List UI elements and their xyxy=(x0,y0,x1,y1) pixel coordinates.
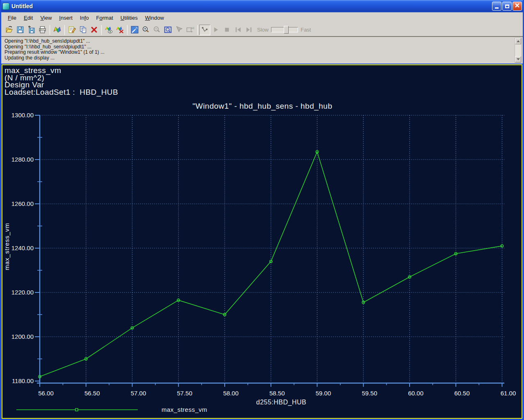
print-icon xyxy=(38,25,47,34)
spectrum-hide-button[interactable] xyxy=(114,25,125,35)
svg-text:AB: AB xyxy=(191,27,194,30)
delete-icon xyxy=(90,25,98,34)
copy-icon xyxy=(79,25,87,34)
x-tick-label: 59.00 xyxy=(316,390,331,397)
zoom-window-button[interactable] xyxy=(162,25,173,35)
minimize-icon xyxy=(495,7,499,9)
minimize-button[interactable] xyxy=(492,2,501,11)
select-icon xyxy=(175,25,183,34)
title-bar: Untitled ✕ xyxy=(0,0,524,12)
legend-label: max_stress_vm xyxy=(162,406,207,413)
zoom-in-icon xyxy=(141,25,150,34)
x-tick-label: 57.50 xyxy=(177,390,192,397)
close-button[interactable]: ✕ xyxy=(513,2,522,11)
y-tick-label: 1220.00 xyxy=(11,289,34,296)
menu-item-insert[interactable]: Insert xyxy=(55,13,76,23)
log-scrollbar[interactable] xyxy=(515,38,522,63)
maximize-button[interactable] xyxy=(502,2,512,11)
graph-header-text: max_stress_vm(N / mm^2)Design VarLoadset… xyxy=(5,67,118,96)
menu-bar: FileEditViewInsertInfoFormatUtilitiesWin… xyxy=(1,12,523,23)
step-forward-button[interactable] xyxy=(244,25,255,35)
x-tick-label: 60.00 xyxy=(408,390,424,397)
line-chart: 1180.001200.001220.001240.001260.001280.… xyxy=(2,65,522,418)
application-window: Untitled ✕ FileEditViewInsertInfoFormatU… xyxy=(0,0,524,420)
x-tick-label: 58.00 xyxy=(223,390,239,397)
menu-item-file[interactable]: File xyxy=(4,13,20,23)
spectrum-button[interactable] xyxy=(52,25,63,35)
graph-header-line: Loadset:LoadSet1 : HBD_HUB xyxy=(5,89,118,96)
menu-item-info[interactable]: Info xyxy=(76,13,93,23)
menu-item-utilities[interactable]: Utilities xyxy=(117,13,141,23)
zoom-window-icon xyxy=(164,25,172,34)
toolbar-separator xyxy=(127,25,128,35)
x-tick-label: 60.50 xyxy=(454,390,470,397)
print-button[interactable] xyxy=(37,25,48,35)
result-window-frame: 1180.001200.001220.001240.001260.001280.… xyxy=(1,64,523,420)
zoom-out-icon xyxy=(153,25,161,34)
graph-tool-icon xyxy=(200,25,209,34)
log-line: Updating the display ... xyxy=(5,55,512,61)
save-icon xyxy=(16,25,25,34)
graph-panel: 1180.001200.001220.001240.001260.001280.… xyxy=(2,64,522,419)
y-axis-label: max_stress_vm xyxy=(3,223,10,270)
y-tick-label: 1300.00 xyxy=(11,112,34,119)
window-title: Untitled xyxy=(11,3,33,9)
toolbar-separator xyxy=(50,25,50,35)
x-tick-label: 56.00 xyxy=(38,390,54,397)
label-ab-icon: AB xyxy=(186,25,194,34)
edit-result-button[interactable] xyxy=(66,25,77,35)
toolbar-separator xyxy=(197,25,198,35)
menu-item-edit[interactable]: Edit xyxy=(20,13,36,23)
x-tick-label: 57.00 xyxy=(131,390,146,397)
spectrum-show-icon xyxy=(105,25,113,34)
save-as-button[interactable] xyxy=(26,25,37,35)
label-ab-button[interactable]: AB xyxy=(185,25,196,35)
open-icon xyxy=(5,25,14,34)
step-back-icon xyxy=(234,25,242,34)
scroll-up-icon xyxy=(517,40,520,42)
toolbar-separator xyxy=(101,25,102,35)
menu-item-view[interactable]: View xyxy=(36,13,55,23)
menu-item-window[interactable]: Window xyxy=(141,13,168,23)
close-icon: ✕ xyxy=(515,2,520,9)
spectrum-icon xyxy=(53,25,62,34)
maximize-icon xyxy=(505,5,509,8)
chart-title: "Window1" - hbd_hub_sens - hbd_hub xyxy=(192,102,332,111)
stop-button[interactable] xyxy=(221,25,232,35)
step-forward-icon xyxy=(245,25,253,34)
select-button[interactable] xyxy=(173,25,185,35)
x-tick-label: 59.50 xyxy=(362,390,377,397)
play-icon xyxy=(212,25,220,34)
step-back-button[interactable] xyxy=(232,25,244,35)
scroll-down-icon xyxy=(517,58,520,60)
scroll-down-button[interactable] xyxy=(515,56,521,62)
save-button[interactable] xyxy=(15,25,26,35)
y-tick-label: 1180.00 xyxy=(12,377,34,384)
log-line: Opening "I:\\hbd_hub_sens\dpiupdt1" ... xyxy=(5,44,512,50)
zoom-in-button[interactable] xyxy=(140,25,151,35)
fast-label: Fast xyxy=(301,27,311,33)
play-button[interactable] xyxy=(210,25,221,35)
scroll-up-button[interactable] xyxy=(515,38,521,44)
stop-icon xyxy=(223,25,231,34)
repaint-button[interactable] xyxy=(129,25,140,35)
graph-header-line: max_stress_vm xyxy=(5,67,118,74)
open-button[interactable] xyxy=(4,25,15,35)
menu-item-format[interactable]: Format xyxy=(93,13,117,23)
x-tick-label: 61.00 xyxy=(501,390,516,397)
zoom-out-button[interactable] xyxy=(151,25,162,35)
app-icon xyxy=(2,3,9,10)
y-tick-label: 1200.00 xyxy=(11,333,34,340)
spectrum-show-button[interactable] xyxy=(103,25,114,35)
graph-tool-button[interactable] xyxy=(199,25,210,35)
speed-slider-thumb[interactable] xyxy=(284,26,289,34)
edit-result-icon xyxy=(68,25,76,34)
delete-button[interactable] xyxy=(89,25,100,35)
repaint-icon xyxy=(130,25,139,34)
y-tick-label: 1240.00 xyxy=(11,244,34,251)
legend-marker xyxy=(75,409,78,411)
speed-slider[interactable] xyxy=(271,27,298,32)
copy-button[interactable] xyxy=(77,25,89,35)
toolbar: ABSlowFast xyxy=(1,23,523,37)
graph-header-line: Design Var xyxy=(5,81,118,89)
